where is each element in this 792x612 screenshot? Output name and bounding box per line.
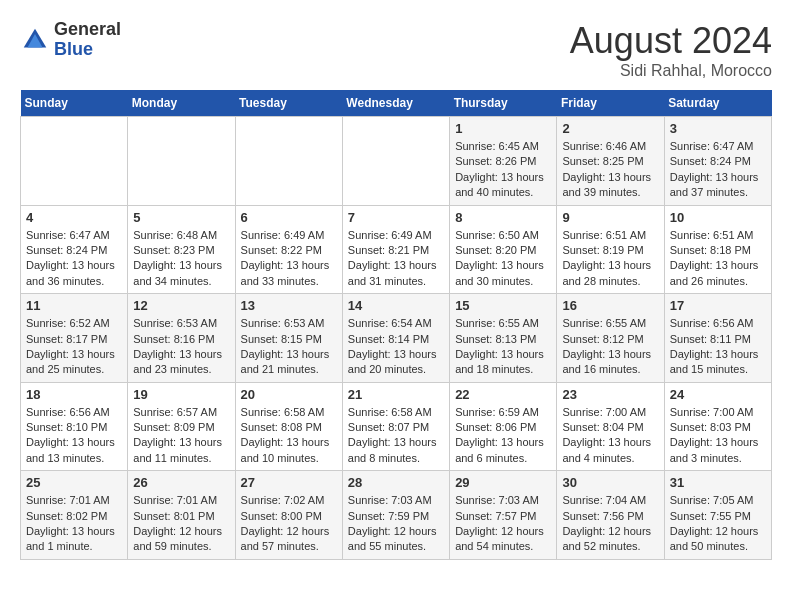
cell-text: and 15 minutes. (670, 362, 766, 377)
cell-text: and 13 minutes. (26, 451, 122, 466)
day-number: 24 (670, 387, 766, 402)
calendar-cell: 30Sunrise: 7:04 AMSunset: 7:56 PMDayligh… (557, 471, 664, 560)
calendar-cell: 9Sunrise: 6:51 AMSunset: 8:19 PMDaylight… (557, 205, 664, 294)
cell-text: and 33 minutes. (241, 274, 337, 289)
day-header-sunday: Sunday (21, 90, 128, 117)
day-number: 1 (455, 121, 551, 136)
cell-text: Sunset: 8:06 PM (455, 420, 551, 435)
cell-text: Sunrise: 6:49 AM (241, 228, 337, 243)
cell-text: Sunrise: 6:59 AM (455, 405, 551, 420)
calendar-cell: 21Sunrise: 6:58 AMSunset: 8:07 PMDayligh… (342, 382, 449, 471)
cell-text: Daylight: 13 hours (455, 347, 551, 362)
calendar-cell: 25Sunrise: 7:01 AMSunset: 8:02 PMDayligh… (21, 471, 128, 560)
cell-text: Sunrise: 7:03 AM (455, 493, 551, 508)
cell-text: Sunrise: 6:45 AM (455, 139, 551, 154)
day-number: 11 (26, 298, 122, 313)
cell-text: and 30 minutes. (455, 274, 551, 289)
cell-text: Daylight: 13 hours (670, 170, 766, 185)
cell-text: and 6 minutes. (455, 451, 551, 466)
cell-text: Sunrise: 7:01 AM (26, 493, 122, 508)
cell-text: Sunrise: 6:50 AM (455, 228, 551, 243)
day-header-tuesday: Tuesday (235, 90, 342, 117)
day-number: 31 (670, 475, 766, 490)
cell-text: Sunrise: 6:53 AM (133, 316, 229, 331)
calendar-table: SundayMondayTuesdayWednesdayThursdayFrid… (20, 90, 772, 560)
cell-text: Daylight: 13 hours (455, 258, 551, 273)
day-number: 21 (348, 387, 444, 402)
calendar-cell (235, 117, 342, 206)
day-number: 30 (562, 475, 658, 490)
cell-text: Sunrise: 6:51 AM (562, 228, 658, 243)
calendar-cell: 29Sunrise: 7:03 AMSunset: 7:57 PMDayligh… (450, 471, 557, 560)
day-number: 13 (241, 298, 337, 313)
calendar-cell: 7Sunrise: 6:49 AMSunset: 8:21 PMDaylight… (342, 205, 449, 294)
days-header-row: SundayMondayTuesdayWednesdayThursdayFrid… (21, 90, 772, 117)
cell-text: Daylight: 13 hours (562, 170, 658, 185)
day-number: 7 (348, 210, 444, 225)
calendar-cell: 18Sunrise: 6:56 AMSunset: 8:10 PMDayligh… (21, 382, 128, 471)
calendar-cell: 3Sunrise: 6:47 AMSunset: 8:24 PMDaylight… (664, 117, 771, 206)
cell-text: Sunset: 8:02 PM (26, 509, 122, 524)
logo-general-text: General (54, 20, 121, 40)
cell-text: Sunset: 8:09 PM (133, 420, 229, 435)
day-number: 17 (670, 298, 766, 313)
cell-text: Sunset: 8:08 PM (241, 420, 337, 435)
day-number: 12 (133, 298, 229, 313)
calendar-cell: 6Sunrise: 6:49 AMSunset: 8:22 PMDaylight… (235, 205, 342, 294)
cell-text: Sunrise: 6:46 AM (562, 139, 658, 154)
day-number: 27 (241, 475, 337, 490)
calendar-cell: 24Sunrise: 7:00 AMSunset: 8:03 PMDayligh… (664, 382, 771, 471)
cell-text: and 4 minutes. (562, 451, 658, 466)
calendar-cell: 1Sunrise: 6:45 AMSunset: 8:26 PMDaylight… (450, 117, 557, 206)
cell-text: Daylight: 13 hours (26, 347, 122, 362)
calendar-cell (342, 117, 449, 206)
cell-text: and 40 minutes. (455, 185, 551, 200)
cell-text: Sunrise: 6:47 AM (670, 139, 766, 154)
cell-text: Sunset: 8:07 PM (348, 420, 444, 435)
cell-text: Sunrise: 6:55 AM (562, 316, 658, 331)
cell-text: and 54 minutes. (455, 539, 551, 554)
cell-text: Sunrise: 6:58 AM (241, 405, 337, 420)
day-number: 26 (133, 475, 229, 490)
cell-text: Sunset: 8:10 PM (26, 420, 122, 435)
cell-text: and 36 minutes. (26, 274, 122, 289)
day-header-thursday: Thursday (450, 90, 557, 117)
cell-text: Sunset: 8:01 PM (133, 509, 229, 524)
calendar-cell: 11Sunrise: 6:52 AMSunset: 8:17 PMDayligh… (21, 294, 128, 383)
cell-text: Sunrise: 6:47 AM (26, 228, 122, 243)
cell-text: Daylight: 12 hours (241, 524, 337, 539)
week-row-2: 4Sunrise: 6:47 AMSunset: 8:24 PMDaylight… (21, 205, 772, 294)
cell-text: Daylight: 13 hours (241, 258, 337, 273)
calendar-cell: 12Sunrise: 6:53 AMSunset: 8:16 PMDayligh… (128, 294, 235, 383)
cell-text: Daylight: 12 hours (670, 524, 766, 539)
day-number: 2 (562, 121, 658, 136)
cell-text: Sunset: 8:17 PM (26, 332, 122, 347)
cell-text: Sunset: 8:19 PM (562, 243, 658, 258)
cell-text: Daylight: 13 hours (26, 524, 122, 539)
week-row-1: 1Sunrise: 6:45 AMSunset: 8:26 PMDaylight… (21, 117, 772, 206)
cell-text: and 57 minutes. (241, 539, 337, 554)
cell-text: Daylight: 13 hours (241, 347, 337, 362)
day-number: 10 (670, 210, 766, 225)
cell-text: Sunset: 8:25 PM (562, 154, 658, 169)
calendar-cell: 10Sunrise: 6:51 AMSunset: 8:18 PMDayligh… (664, 205, 771, 294)
cell-text: Sunset: 8:18 PM (670, 243, 766, 258)
cell-text: and 37 minutes. (670, 185, 766, 200)
cell-text: Daylight: 12 hours (562, 524, 658, 539)
cell-text: and 16 minutes. (562, 362, 658, 377)
cell-text: Sunrise: 6:58 AM (348, 405, 444, 420)
calendar-cell: 28Sunrise: 7:03 AMSunset: 7:59 PMDayligh… (342, 471, 449, 560)
cell-text: and 25 minutes. (26, 362, 122, 377)
day-number: 3 (670, 121, 766, 136)
day-number: 18 (26, 387, 122, 402)
cell-text: Sunset: 8:20 PM (455, 243, 551, 258)
cell-text: Sunset: 7:57 PM (455, 509, 551, 524)
calendar-cell: 15Sunrise: 6:55 AMSunset: 8:13 PMDayligh… (450, 294, 557, 383)
logo: General Blue (20, 20, 121, 60)
calendar-cell: 20Sunrise: 6:58 AMSunset: 8:08 PMDayligh… (235, 382, 342, 471)
week-row-5: 25Sunrise: 7:01 AMSunset: 8:02 PMDayligh… (21, 471, 772, 560)
cell-text: Sunset: 8:04 PM (562, 420, 658, 435)
calendar-cell: 27Sunrise: 7:02 AMSunset: 8:00 PMDayligh… (235, 471, 342, 560)
cell-text: Sunset: 8:15 PM (241, 332, 337, 347)
logo-blue-text: Blue (54, 40, 121, 60)
